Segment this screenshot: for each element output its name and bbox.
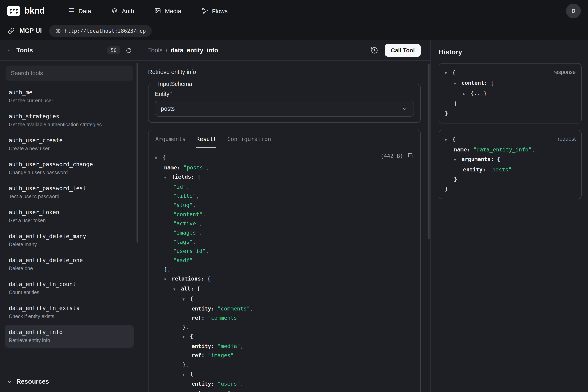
tool-list-item[interactable]: data_entity_info Retrieve entity info — [5, 325, 134, 348]
json-line: "slug", — [155, 200, 414, 210]
json-toggle-icon[interactable]: ▼ — [445, 135, 452, 145]
tool-name: auth_user_password_change — [9, 161, 130, 168]
nav-item-media[interactable]: Media — [154, 7, 181, 14]
json-line: entity:"posts" — [445, 165, 576, 174]
json-toggle-icon[interactable]: ▼ — [183, 332, 190, 342]
json-line: ] — [445, 99, 576, 108]
user-avatar[interactable]: D — [566, 4, 581, 18]
tab-configuration[interactable]: Configuration — [227, 130, 271, 148]
tool-list-item[interactable]: data_entity_fn_exists Check if entity ex… — [5, 301, 134, 324]
database-icon — [68, 7, 75, 14]
history-title: History — [439, 48, 582, 56]
tabs: Arguments Result Configuration — [149, 130, 420, 148]
mcp-url-pill[interactable]: http://localhost:28623/mcp — [49, 25, 152, 36]
json-line: ▼{ — [155, 294, 414, 304]
mcp-title: MCP UI — [19, 27, 42, 34]
tool-list-item[interactable]: auth_user_token Get a user token — [5, 205, 134, 228]
tool-name: data_entity_delete_one — [9, 257, 130, 263]
sidebar-scrollbar[interactable] — [137, 63, 138, 242]
json-line: ▼content:[ — [445, 78, 576, 88]
json-toggle-icon[interactable]: ▼ — [173, 285, 181, 294]
nav-item-label: Media — [165, 8, 181, 14]
nav-item-flows[interactable]: Flows — [201, 7, 227, 14]
result-meta: (442 B) — [381, 153, 414, 159]
json-line: }, — [155, 322, 414, 332]
json-toggle-icon[interactable]: ▼ — [454, 79, 461, 88]
json-line: ▼{ — [155, 153, 414, 163]
brand[interactable]: bknd — [7, 6, 44, 16]
tool-name: auth_user_token — [9, 209, 130, 216]
tool-list-item[interactable]: auth_user_create Create a new user — [5, 133, 134, 156]
brand-name: bknd — [24, 6, 44, 16]
search-tools-input[interactable] — [5, 66, 133, 81]
tab-arguments[interactable]: Arguments — [155, 130, 186, 148]
required-mark: * — [170, 91, 172, 96]
tool-list-item[interactable]: data_entity_fn_count Count entities — [5, 277, 134, 300]
tool-description: Retrieve entity info — [9, 338, 130, 343]
link-icon — [7, 27, 15, 34]
nav-item-auth[interactable]: Auth — [111, 7, 134, 14]
tool-name: auth_me — [9, 89, 130, 96]
chevron-down-icon — [7, 379, 12, 384]
mcp-bar: MCP UI http://localhost:28623/mcp — [0, 22, 588, 40]
json-line: ▶{...} — [445, 88, 576, 99]
tools-count-badge: 50 — [107, 46, 120, 54]
history-button[interactable] — [371, 46, 379, 54]
tool-description: Get a user token — [9, 218, 130, 223]
tools-section-title: Tools — [16, 47, 33, 54]
resources-section-toggle[interactable]: Resources — [0, 371, 139, 392]
tool-list: auth_me Get the current user auth_strate… — [0, 84, 139, 371]
json-line: ▼{ — [155, 332, 414, 342]
tool-name: data_entity_fn_count — [9, 281, 130, 287]
workflow-icon — [201, 7, 208, 14]
breadcrumb-root[interactable]: Tools — [148, 47, 163, 54]
globe-icon — [55, 28, 61, 34]
fingerprint-icon — [111, 7, 118, 14]
tool-description: Create a new user — [9, 146, 130, 152]
copy-button[interactable] — [407, 153, 414, 159]
json-line: ref:"comments" — [155, 313, 414, 322]
tool-list-item[interactable]: auth_strategies Get the available authen… — [5, 109, 134, 132]
tab-result[interactable]: Result — [196, 130, 216, 148]
json-toggle-icon[interactable]: ▼ — [155, 154, 163, 163]
json-toggle-icon[interactable]: ▼ — [454, 155, 461, 165]
tool-list-item[interactable]: auth_me Get the current user — [5, 85, 134, 108]
top-nav: bknd Data Auth Media Flows D — [0, 0, 588, 22]
image-icon — [154, 7, 161, 14]
tool-description: Delete many — [9, 242, 130, 247]
main-scrollbar[interactable] — [428, 64, 429, 239]
input-schema-legend: InputSchema — [155, 81, 195, 87]
json-line: response▼{ — [445, 68, 576, 78]
json-toggle-icon[interactable]: ▼ — [183, 295, 190, 304]
entity-select[interactable]: posts — [155, 101, 414, 117]
tools-sidebar: Tools 50 auth_me Get the current user au… — [0, 40, 139, 392]
result-size: (442 B) — [381, 153, 403, 159]
tool-name: data_entity_delete_many — [9, 233, 130, 239]
call-tool-button[interactable]: Call Tool — [385, 44, 421, 57]
resources-section-title: Resources — [16, 378, 49, 385]
json-toggle-icon[interactable]: ▼ — [164, 173, 172, 182]
json-toggle-icon[interactable]: ▼ — [164, 275, 172, 284]
header-actions: Call Tool — [371, 44, 421, 57]
breadcrumb-current: data_entity_info — [171, 47, 218, 54]
entity-select-value: posts — [161, 106, 175, 112]
tool-list-item[interactable]: auth_user_password_test Test a user's pa… — [5, 181, 134, 204]
history-request-card[interactable]: request▼{name:"data_entity_info",▼argume… — [439, 130, 582, 199]
tool-list-item[interactable]: data_entity_delete_one Delete one — [5, 253, 134, 276]
json-toggle-icon[interactable]: ▼ — [445, 68, 452, 78]
history-response-card[interactable]: response▼{▼content:[▶{...}]} — [439, 63, 582, 124]
nav-item-data[interactable]: Data — [68, 7, 91, 14]
tool-description: Get the available authentication strateg… — [9, 122, 130, 128]
tool-name: data_entity_info — [9, 329, 130, 335]
refresh-tools-button[interactable] — [126, 47, 132, 53]
tool-detail-main: Tools / data_entity_info Call Tool Retri… — [139, 40, 430, 392]
json-toggle-icon[interactable]: ▶ — [463, 89, 471, 99]
tools-section-header[interactable]: Tools 50 — [0, 40, 139, 61]
tool-list-item[interactable]: auth_user_password_change Change a user'… — [5, 157, 134, 180]
tool-list-item[interactable]: data_entity_delete_many Delete many — [5, 229, 134, 252]
json-line: ▼all:[ — [155, 284, 414, 294]
json-line: }, — [155, 360, 414, 369]
json-toggle-icon[interactable]: ▼ — [183, 370, 190, 379]
mcp-url: http://localhost:28623/mcp — [64, 28, 146, 34]
history-panel: History response▼{▼content:[▶{...}]} req… — [430, 40, 588, 392]
